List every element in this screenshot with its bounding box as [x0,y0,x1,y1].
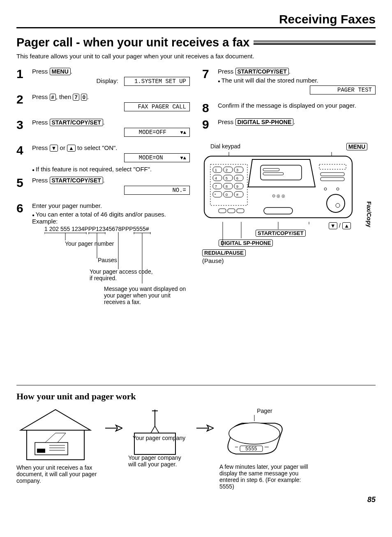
hash-key: # [50,94,56,101]
up-key: ▲ [67,145,76,152]
step-text: . [103,177,105,184]
pager-illustration: 5555 [219,415,289,460]
svg-text:6: 6 [236,176,238,180]
arrow-icons: ▼▲ [180,130,186,136]
redial-pause-label: REDIAL/PAUSE [202,249,246,256]
step-number: 3 [16,119,28,140]
step-text: . [71,68,72,75]
svg-rect-23 [234,183,243,189]
step-number: 4 [16,144,28,173]
chapter-title: Receiving Faxes [16,12,376,28]
title-decoration [254,41,376,45]
step-note: If this feature is not required, select … [32,166,190,173]
device-diagram-block: Dial keypad MENU 123 456 789 *0# [202,143,376,296]
menu-key: MENU [50,68,71,75]
step-6: 6 Enter your pager number. You can enter… [16,202,190,373]
svg-rect-17 [234,167,243,173]
svg-rect-22 [224,183,233,189]
step-text: , then [56,93,73,100]
zero-key: 0 [81,94,87,101]
svg-rect-19 [224,175,233,181]
step-text: . [289,68,291,75]
step-number: 7 [202,68,214,98]
step-text: Press [218,118,235,125]
digital-sp-phone-label: DIGITAL SP-PHONE [219,240,273,247]
step-text: Enter your pager number. [32,202,190,209]
svg-rect-43 [321,173,344,176]
svg-marker-60 [21,410,90,430]
svg-rect-21 [213,183,222,189]
annotation-pauses: Pauses [98,257,117,263]
start-copy-set-label: START/COPY/SET [256,230,306,237]
slash: / [337,222,343,229]
up-key-label: ▲ [342,222,351,229]
house-fax-illustration [16,408,95,461]
svg-rect-20 [234,175,243,181]
seven-key: 7 [73,94,79,101]
right-column: 7 Press START/COPY/SET. The unit will di… [202,68,376,377]
svg-marker-74 [207,425,214,431]
step-text: Press [32,68,50,75]
svg-point-48 [336,203,340,207]
how-caption-2: Your pager company will call your pager. [128,454,190,468]
start-copy-set-key: START/COPY/SET [235,68,289,75]
svg-text:8: 8 [226,184,228,189]
svg-text:*: * [214,193,216,197]
step-number: 5 [16,177,28,198]
company-box-label: Your pager company [128,435,190,441]
svg-text:⊙ ◎ ◎: ⊙ ◎ ◎ [272,194,285,198]
device-illustration: 123 456 789 *0# [202,152,358,222]
step-text: Confirm if the message is displayed on y… [218,102,376,109]
menu-key-label: MENU [346,143,367,150]
display-box: MODE=OFF ▼▲ [124,128,190,137]
svg-rect-15 [213,167,222,173]
page-title: Pager call - when your unit receives a f… [16,36,376,49]
svg-text:9: 9 [236,184,238,189]
svg-text:1: 1 [215,168,217,172]
step-text: . [87,93,89,100]
svg-text:2: 2 [226,168,228,172]
display-box: MODE=ON ▼▲ [124,153,190,162]
svg-text:7: 7 [215,184,217,189]
pager-company-illustration [128,408,182,461]
start-copy-set-key: START/COPY/SET [50,119,103,126]
how-caption-1: When your unit receives a fax document, … [16,464,99,484]
display-box: 1.SYSTEM SET UP [124,77,190,86]
example-code: 1 202 555 1234PPP12345678PPP5555# [44,226,190,232]
page-number: 85 [16,496,376,504]
step-number: 8 [202,102,214,114]
display-box: PAGER TEST [310,85,376,94]
step-text: . [293,118,295,125]
svg-marker-68 [116,425,122,431]
down-key-label: ▼ [329,222,337,229]
display-value: MODE=OFF [139,129,166,136]
svg-text:3: 3 [236,168,238,172]
svg-rect-16 [224,167,233,173]
digital-sp-phone-key: DIGITAL SP-PHONE [235,118,294,126]
step-text: Press [32,144,50,151]
step-text: Press [32,93,50,100]
pager-display-text: 5555 [245,446,257,452]
dial-keypad-label: Dial keypad [210,143,240,150]
left-column: 1 Press MENU. Display: 1.SYSTEM SET UP 2… [16,68,190,377]
start-copy-set-key: START/COPY/SET [50,177,103,184]
svg-marker-71 [151,426,159,433]
intro-text: This feature allows your unit to call yo… [16,53,376,60]
display-box: FAX PAGER CALL [124,102,190,111]
step-note: You can enter a total of 46 digits and/o… [32,211,190,225]
step-number: 2 [16,93,28,115]
svg-point-47 [327,194,345,212]
display-box: NO.= [124,186,190,195]
how-it-works-row: When your unit receives a fax document, … [16,408,376,490]
step-1: 1 Press MENU. Display: 1.SYSTEM SET UP [16,68,190,89]
step-2: 2 Press #, then 7 0. FAX PAGER CALL [16,93,190,115]
arrow-icons: ▼▲ [180,155,186,161]
svg-rect-41 [263,173,284,175]
svg-text:4: 4 [215,176,217,180]
step-text: to select "ON". [76,144,118,151]
how-cell-company: Your pager company Your pager company wi… [128,408,190,468]
annotation-message: Message you want displayed on your pager… [104,286,190,305]
step-text: Press [32,119,50,126]
svg-rect-44 [321,177,344,181]
how-caption-3: A few minutes later, your pager will dis… [219,463,310,490]
